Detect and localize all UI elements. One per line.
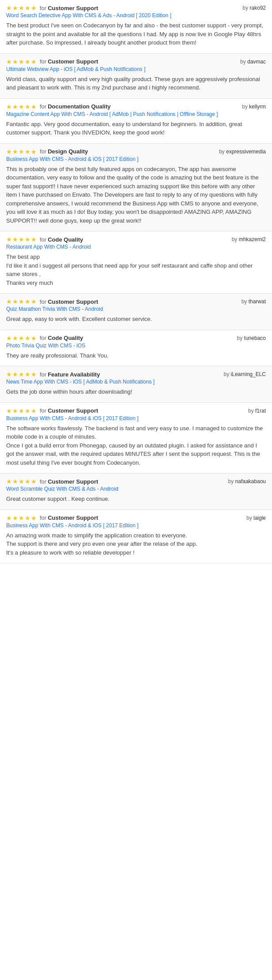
review-by: by tharwat (242, 298, 266, 305)
reviewer-name: nafaakabaou (235, 478, 266, 484)
for-label: for (40, 371, 46, 378)
review-text: An amazing work made to simplify the app… (6, 531, 266, 557)
review-block: ★★★★★for Customer Supportby laigleBusine… (0, 510, 272, 564)
product-link[interactable]: Business App With CMS - Android & iOS [ … (6, 415, 266, 421)
review-header-left: ★★★★★for Customer Support (6, 478, 98, 485)
for-label: for (40, 5, 46, 11)
review-by: by f1rat (248, 407, 266, 414)
review-block: ★★★★★for Customer Supportby f1ratBusines… (0, 403, 272, 474)
review-block: ★★★★★for Design Qualityby expressivemedi… (0, 144, 272, 232)
star-rating: ★★★★★ (6, 335, 37, 342)
review-by: by mhkazemi2 (232, 236, 266, 242)
review-by: by laigle (246, 514, 266, 521)
review-category: Customer Support (48, 514, 98, 521)
review-category: Documentation Quality (48, 103, 110, 110)
product-link[interactable]: Photo Trivia Quiz With CMS - iOS (6, 343, 266, 349)
review-by: by expressivemedia (219, 148, 266, 155)
for-label: for (40, 407, 46, 414)
by-text: by (248, 408, 255, 414)
review-header: ★★★★★for Design Qualityby expressivemedi… (6, 148, 266, 155)
review-text: Great app, easy to work with. Excellent … (6, 315, 266, 324)
review-by: by rako92 (242, 4, 266, 11)
review-header: ★★★★★for Code Qualityby tunebaco (6, 335, 266, 342)
reviewer-name: kellyrm (249, 104, 266, 110)
review-text: Fantastic app. Very good documentation, … (6, 120, 266, 137)
review-category: Customer Support (48, 478, 98, 485)
by-text: by (237, 335, 244, 341)
review-by: by nafaakabaou (228, 478, 266, 484)
reviewer-name: iLearning_ELC (231, 371, 266, 377)
star-rating: ★★★★★ (6, 371, 37, 378)
for-label: for (40, 298, 46, 305)
review-block: ★★★★★for Customer Supportby nafaakabaouW… (0, 473, 272, 510)
reviewer-name: mhkazemi2 (239, 236, 266, 242)
star-rating: ★★★★★ (6, 148, 37, 155)
product-link[interactable]: Ultimate Webview App - iOS [ AdMob & Pus… (6, 66, 266, 72)
review-by: by iLearning_ELC (224, 371, 266, 377)
reviewer-name: tharwat (249, 298, 266, 305)
for-label: for (40, 236, 46, 243)
star-rating: ★★★★★ (6, 58, 37, 65)
by-text: by (246, 515, 253, 521)
product-link[interactable]: Business App With CMS - Android & iOS [ … (6, 156, 266, 162)
review-header: ★★★★★for Customer Supportby f1rat (6, 407, 266, 414)
review-category: Customer Support (48, 298, 98, 305)
review-text: They are really professional. Thank You. (6, 351, 266, 360)
reviewer-name: tunebaco (244, 335, 266, 341)
by-text: by (242, 298, 249, 305)
review-text: World class, quality support and very hi… (6, 75, 266, 92)
product-link[interactable]: Word Scramble Quiz With CMS & Ads - Andr… (6, 486, 266, 492)
review-header: ★★★★★for Code Qualityby mhkazemi2 (6, 236, 266, 243)
by-text: by (242, 5, 249, 11)
reviewer-name: rako92 (249, 5, 266, 11)
review-block: ★★★★★for Code Qualityby tunebacoPhoto Tr… (0, 330, 272, 367)
product-link[interactable]: Magazine Content App With CMS - Android … (6, 111, 266, 117)
by-text: by (240, 59, 247, 65)
review-block: ★★★★★for Code Qualityby mhkazemi2Restaur… (0, 231, 272, 294)
review-block: ★★★★★for Customer Supportby tharwatQuiz … (0, 294, 272, 330)
review-text: Great customer support . Keep continue. (6, 495, 266, 503)
review-text: The best appI'd like it and i suggest al… (6, 253, 266, 287)
review-header: ★★★★★for Customer Supportby tharwat (6, 298, 266, 305)
product-link[interactable]: News Time App With CMS - iOS [ AdMob & P… (6, 379, 266, 385)
product-link[interactable]: Business App With CMS - Android & iOS [ … (6, 522, 266, 529)
star-rating: ★★★★★ (6, 103, 37, 110)
review-header: ★★★★★for Customer Supportby davmac (6, 58, 266, 65)
star-rating: ★★★★★ (6, 514, 37, 522)
review-text: The best product I've seen on Codecanyon… (6, 21, 266, 47)
star-rating: ★★★★★ (6, 478, 37, 485)
review-block: ★★★★★for Feature Availabilityby iLearnin… (0, 366, 272, 403)
review-header-left: ★★★★★for Code Quality (6, 236, 83, 243)
star-rating: ★★★★★ (6, 407, 37, 414)
star-rating: ★★★★★ (6, 298, 37, 305)
product-link[interactable]: Word Search Detective App With CMS & Ads… (6, 12, 266, 19)
for-label: for (40, 58, 46, 65)
review-text: This is probably one of the best fully f… (6, 165, 266, 225)
by-text: by (224, 371, 231, 377)
reviewer-name: davmac (247, 59, 266, 65)
review-block: ★★★★★for Customer Supportby rako92Word S… (0, 0, 272, 54)
review-header: ★★★★★for Customer Supportby laigle (6, 514, 266, 522)
review-header-left: ★★★★★for Code Quality (6, 335, 83, 342)
review-header-left: ★★★★★for Customer Support (6, 58, 98, 65)
star-rating: ★★★★★ (6, 236, 37, 243)
review-header: ★★★★★for Customer Supportby rako92 (6, 4, 266, 11)
review-category: Customer Support (48, 58, 98, 65)
review-by: by tunebaco (237, 335, 266, 341)
review-category: Code Quality (48, 335, 83, 341)
by-text: by (228, 478, 235, 484)
reviewer-name: f1rat (255, 408, 266, 414)
by-text: by (219, 149, 226, 155)
for-label: for (40, 103, 46, 110)
review-header-left: ★★★★★for Feature Availability (6, 371, 100, 378)
review-block: ★★★★★for Documentation Qualityby kellyrm… (0, 99, 272, 144)
review-by: by kellyrm (242, 103, 266, 110)
reviewer-name: expressivemedia (226, 149, 266, 155)
review-header-left: ★★★★★for Customer Support (6, 4, 98, 11)
review-header: ★★★★★for Customer Supportby nafaakabaou (6, 478, 266, 485)
review-header: ★★★★★for Feature Availabilityby iLearnin… (6, 371, 266, 378)
product-link[interactable]: Quiz Marathon Trivia With CMS - Android (6, 306, 266, 312)
for-label: for (40, 514, 46, 521)
product-link[interactable]: Restaurant App With CMS - Android (6, 244, 266, 250)
review-header-left: ★★★★★for Customer Support (6, 407, 98, 414)
